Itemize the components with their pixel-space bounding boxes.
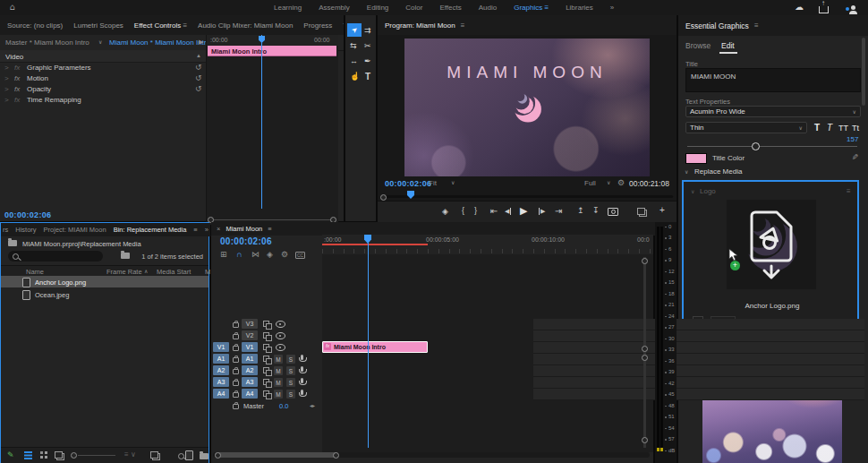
- all-caps-button[interactable]: TT: [838, 124, 848, 133]
- solo-button[interactable]: S: [286, 390, 295, 399]
- mark-out-icon[interactable]: }: [474, 206, 477, 215]
- tab-effect-controls[interactable]: Effect Controls ≡: [134, 21, 187, 30]
- sort-ascending-icon[interactable]: ∧: [144, 268, 148, 274]
- column-frame-rate[interactable]: Frame Rate: [106, 268, 142, 276]
- mini-clip-bar[interactable]: Miami Moon Intro: [208, 46, 336, 56]
- track-lane-a4[interactable]: [533, 389, 864, 400]
- track-select-forward-tool[interactable]: ⇉: [364, 26, 371, 35]
- track-select-v3[interactable]: V3: [242, 319, 258, 329]
- tab-edit[interactable]: Edit: [721, 41, 735, 50]
- track-select-v1[interactable]: V1: [242, 342, 258, 352]
- playback-quality-select[interactable]: Full: [584, 179, 596, 187]
- title-value-box[interactable]: MIAMI MOON: [685, 68, 861, 92]
- track-lane-v1[interactable]: [533, 342, 864, 354]
- slip-tool[interactable]: ↔: [350, 56, 358, 65]
- essential-graphics-header[interactable]: Essential Graphics: [685, 21, 749, 30]
- effect-row-motion[interactable]: Motion: [27, 74, 48, 82]
- v-scroll-handle-3[interactable]: [642, 355, 648, 361]
- new-bin-icon[interactable]: [200, 453, 208, 459]
- solo-button[interactable]: S: [286, 366, 295, 375]
- sync-lock-icon[interactable]: [263, 332, 269, 339]
- sync-lock-icon[interactable]: [263, 390, 269, 397]
- zoom-slider-knob[interactable]: [71, 452, 77, 459]
- type-tool[interactable]: T: [365, 72, 370, 81]
- video-section-label[interactable]: Video: [5, 53, 23, 61]
- bin-breadcrumb[interactable]: MIAMI Moon.prproj\Replacement Media: [22, 240, 141, 248]
- master-clip-selector[interactable]: Master * Miami Moon Intro: [5, 39, 89, 47]
- column-media-start[interactable]: Media Start: [157, 268, 191, 276]
- new-item-icon[interactable]: [185, 450, 193, 460]
- voiceover-record-icon[interactable]: [301, 378, 303, 383]
- effect-row-opacity[interactable]: Opacity: [27, 85, 51, 93]
- tab-browse[interactable]: Browse: [685, 41, 711, 50]
- program-timecode[interactable]: 00:00:02:06: [385, 179, 431, 188]
- timeline-tab[interactable]: Miami Moon: [226, 225, 262, 233]
- h-scroll-handle-right[interactable]: [333, 452, 339, 459]
- title-color-swatch[interactable]: [685, 153, 707, 164]
- voiceover-record-icon[interactable]: [301, 366, 303, 372]
- track-lock-icon[interactable]: [233, 334, 239, 339]
- workspace-tab-audio[interactable]: Audio: [479, 4, 497, 12]
- workspace-tab-color[interactable]: Color: [405, 4, 422, 12]
- source-patch-a1[interactable]: A1: [213, 354, 229, 364]
- master-clip-dropdown-icon[interactable]: ∨: [98, 39, 102, 45]
- v-scroll-handle-1[interactable]: [642, 258, 648, 264]
- font-size-value[interactable]: 157: [847, 135, 858, 143]
- h-scroll-handle-left[interactable]: [215, 452, 221, 459]
- track-select-a2[interactable]: A2: [242, 365, 258, 375]
- selection-tool[interactable]: ➤: [347, 23, 362, 37]
- reset-icon[interactable]: ↺: [195, 63, 202, 72]
- sync-lock-icon[interactable]: [263, 344, 269, 350]
- track-lane-v2[interactable]: [533, 330, 864, 342]
- font-size-slider-track[interactable]: [687, 146, 857, 147]
- timeline-v-scrollbar[interactable]: [643, 257, 646, 448]
- track-lane-a3[interactable]: [533, 377, 864, 389]
- track-lock-icon[interactable]: [233, 357, 239, 363]
- insert-sequence-icon[interactable]: ⊞: [220, 250, 227, 259]
- program-scrubber-track[interactable]: [381, 195, 673, 198]
- source-patch-v1[interactable]: V1: [213, 342, 229, 352]
- project-item-row-selected[interactable]: Anchor Logo.png: [1, 276, 208, 287]
- eyedropper-icon[interactable]: ✎: [850, 153, 859, 160]
- solo-button[interactable]: S: [286, 378, 295, 387]
- small-caps-button[interactable]: Tt: [852, 124, 859, 133]
- sync-lock-icon[interactable]: [263, 356, 269, 362]
- project-tab-truncated[interactable]: rs: [3, 226, 8, 234]
- profile-icon[interactable]: [851, 5, 855, 10]
- font-family-select[interactable]: Acumin Pro Wide ∨: [685, 106, 861, 117]
- tab-progress[interactable]: Progress: [303, 21, 332, 30]
- font-size-slider-knob[interactable]: [752, 142, 760, 150]
- tab-text[interactable]: Text: [343, 21, 344, 30]
- panel-menu-icon[interactable]: ≡: [193, 226, 197, 234]
- tab-project[interactable]: Project: MIAMI Moon: [44, 226, 106, 234]
- panel-menu-icon[interactable]: ≡: [754, 21, 759, 30]
- track-output-icon[interactable]: [276, 332, 285, 339]
- automate-to-sequence-icon[interactable]: [152, 453, 160, 460]
- source-patch-a4[interactable]: A4: [213, 389, 229, 399]
- faux-italic-button[interactable]: T: [827, 123, 832, 133]
- sort-options-icon[interactable]: ≡ ∨: [124, 450, 136, 459]
- razor-tool[interactable]: ✂: [364, 41, 371, 50]
- mute-button[interactable]: M: [274, 378, 283, 387]
- workspace-menu-icon[interactable]: ≡: [544, 4, 549, 12]
- mini-playhead-line[interactable]: [261, 35, 262, 209]
- export-frame-icon[interactable]: [608, 208, 618, 216]
- sequence-clip-name[interactable]: Miami Moon * Miami Moon Intro: [109, 39, 210, 47]
- effect-controls-timecode[interactable]: 00:00:02:06: [4, 210, 51, 219]
- home-icon[interactable]: ⌂: [10, 2, 15, 12]
- icon-view-icon[interactable]: [40, 451, 43, 454]
- add-marker-icon[interactable]: ◈: [267, 250, 273, 259]
- effect-controls-timeline[interactable]: :00:00 00:00 Miami Moon Intro ▸ ⊡: [206, 35, 338, 225]
- workspace-tab-libraries[interactable]: Libraries: [566, 4, 593, 12]
- comparison-view-icon[interactable]: [639, 210, 647, 217]
- source-patch-a2[interactable]: A2: [213, 365, 229, 375]
- pan-knob-icon[interactable]: ◂▸: [310, 402, 315, 408]
- tab-lumetri-scopes[interactable]: Lumetri Scopes: [73, 21, 123, 30]
- timeline-ruler[interactable]: :00:00 00:00:05:00 00:00:10:00 00:0: [322, 235, 653, 255]
- button-editor-add-icon[interactable]: +: [660, 205, 665, 215]
- list-view-icon[interactable]: [24, 451, 32, 453]
- replace-media-label[interactable]: Replace Media: [694, 167, 742, 176]
- expand-icon[interactable]: >: [4, 96, 9, 104]
- tab-bin-replacement-media[interactable]: Bin: Replacement Media: [114, 226, 187, 234]
- workspace-tab-learning[interactable]: Learning: [274, 4, 302, 12]
